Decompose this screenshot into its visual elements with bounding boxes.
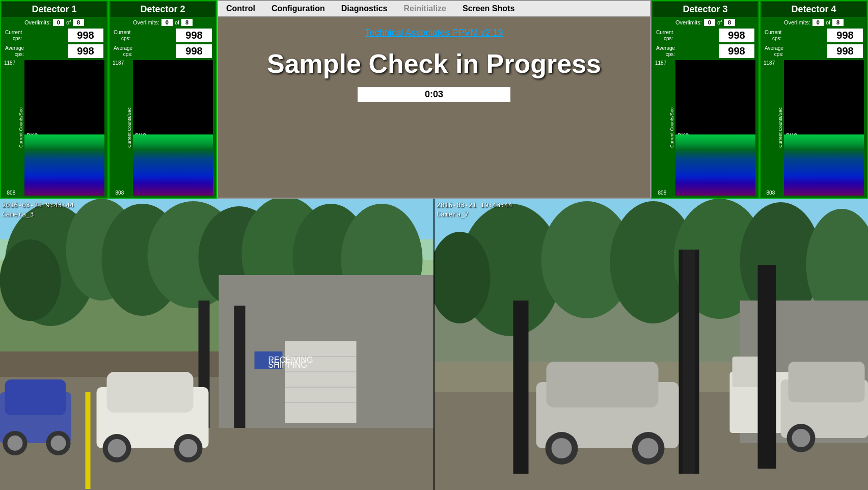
svg-rect-65 <box>513 301 529 474</box>
detector-1-bar: BKG <box>24 60 104 196</box>
camera-panel-2: 2016-03-21 19:43:44 Camera_7 <box>435 199 868 490</box>
detector-1-overlimits: Overlimits: 0 of 8 <box>2 17 106 28</box>
svg-rect-32 <box>5 379 66 415</box>
detector-3-overlimits: Overlimits: 0 of 8 <box>653 17 757 28</box>
svg-point-59 <box>638 438 659 458</box>
svg-point-36 <box>51 435 66 451</box>
menu-configuration[interactable]: Configuration <box>268 3 328 14</box>
detector-4-chart: 1187 808 Current Counts/Sec BKG <box>762 59 866 197</box>
average-cps-label-3: Averagecps: <box>656 45 675 58</box>
svg-point-63 <box>792 429 810 447</box>
detector-2-overlimits: Overlimits: 0 of 8 <box>111 17 215 28</box>
detector-2-y-axis: 1187 808 <box>113 60 125 196</box>
detector-2-average-cps-row: Averagecps: 998 <box>111 43 215 59</box>
detector-2-bar: BKG <box>133 60 213 196</box>
menu-screenshots[interactable]: Screen Shots <box>459 3 518 14</box>
svg-point-57 <box>552 438 572 458</box>
camera-1-overlay: 2016-03-21 9:43:44 Camera_3 <box>2 201 74 219</box>
detector-4-axis-label: Current Counts/Sec <box>778 107 783 148</box>
detector-4-average-cps-value: 998 <box>827 44 863 58</box>
detector-3-overlimits-total: 8 <box>724 19 735 26</box>
svg-point-28 <box>108 439 126 457</box>
detector-panel-4: Detector 4 Overlimits: 0 of 8 Currentcps… <box>760 0 868 199</box>
detector-1-average-cps-row: Averagecps: 998 <box>2 43 106 59</box>
detector-4-current-cps-value: 998 <box>827 29 863 42</box>
detector-2-current-cps-value: 998 <box>176 29 212 42</box>
camera-1-timestamp: 2016-03-21 9:43:44 <box>2 201 74 210</box>
detector-4-overlimits-current: 0 <box>812 19 824 26</box>
current-cps-label-3: Currentcps: <box>656 30 673 42</box>
detector-2-overlimits-total: 8 <box>181 19 193 26</box>
menu-diagnostics[interactable]: Diagnostics <box>338 3 391 14</box>
detector-3-average-cps-row: Averagecps: 998 <box>653 43 757 59</box>
center-content: Technical Associates PPVM v2.19 Sample C… <box>218 17 650 198</box>
svg-rect-55 <box>547 362 659 407</box>
detector-3-y-axis: 1187 808 <box>655 60 667 196</box>
detector-1-current-cps-value: 998 <box>68 29 103 42</box>
svg-point-30 <box>179 439 198 457</box>
detector-3-chart: 1187 808 Current Counts/Sec BKG <box>653 59 757 197</box>
detector-3-overlimits-current: 0 <box>704 19 715 26</box>
svg-rect-15 <box>285 341 357 423</box>
svg-rect-53 <box>683 250 695 474</box>
timer-display: 0:03 <box>358 87 510 102</box>
detector-1-title: Detector 1 <box>2 2 106 17</box>
svg-rect-64 <box>758 265 776 469</box>
detector-4-average-cps-row: Averagecps: 998 <box>762 43 866 59</box>
detector-4-y-axis: 1187 808 <box>764 60 776 196</box>
detector-2-current-cps-row: Currentcps: 998 <box>111 28 215 43</box>
camera-panel-1: 2016-03-21 9:43:44 Camera_3 <box>0 199 433 490</box>
bottom-section: 2016-03-21 9:43:44 Camera_3 <box>0 199 868 490</box>
svg-rect-61 <box>789 362 865 402</box>
detector-panel-2: Detector 2 Overlimits: 0 of 8 Currentcps… <box>108 0 217 199</box>
overlimits-label-2: Overlimits: <box>133 19 159 25</box>
average-cps-label-2: Averagecps: <box>114 45 132 58</box>
detector-4-current-cps-row: Currentcps: 998 <box>762 28 866 43</box>
detector-4-bar: BKG <box>784 60 864 196</box>
detector-3-bar: BKG <box>675 60 755 196</box>
detector-1-y-axis: 1187 808 <box>4 60 16 196</box>
center-panel: Control Configuration Diagnostics Reinit… <box>217 0 651 199</box>
overlimits-label-4: Overlimits: <box>784 19 810 25</box>
camera-2-feed <box>435 199 868 490</box>
detector-2-average-cps-value: 998 <box>176 44 212 58</box>
current-cps-label-1: Currentcps: <box>5 30 22 42</box>
svg-rect-26 <box>107 372 194 413</box>
detector-2-title: Detector 2 <box>111 2 215 17</box>
detector-4-overlimits: Overlimits: 0 of 8 <box>762 17 866 28</box>
average-cps-label-4: Averagecps: <box>765 45 783 58</box>
detector-3-current-cps-row: Currentcps: 998 <box>653 28 757 43</box>
current-cps-label-4: Currentcps: <box>765 30 781 42</box>
menu-bar: Control Configuration Diagnostics Reinit… <box>218 1 650 17</box>
detector-2-axis-label: Current Counts/Sec <box>127 107 132 148</box>
detector-2-overlimits-current: 0 <box>161 19 173 26</box>
menu-control[interactable]: Control <box>223 3 258 14</box>
detector-3-average-cps-value: 998 <box>719 44 754 58</box>
svg-point-5 <box>0 239 61 321</box>
average-cps-label-1: Averagecps: <box>5 45 24 58</box>
detector-1-chart: 1187 808 Current Counts/Sec BKG <box>2 59 106 197</box>
svg-rect-24 <box>234 306 246 428</box>
camera-2-timestamp: 2016-03-21 19:43:44 <box>437 201 512 210</box>
current-cps-label-2: Currentcps: <box>114 30 130 42</box>
svg-rect-37 <box>86 392 91 489</box>
overlimits-label-1: Overlimits: <box>24 19 51 25</box>
camera-2-name: Camera_7 <box>437 210 512 219</box>
app-title: Technical Associates PPVM v2.19 <box>365 28 503 38</box>
svg-text:SHIPPING: SHIPPING <box>268 361 307 369</box>
overlimits-label-3: Overlimits: <box>675 19 702 25</box>
detector-1-overlimits-current: 0 <box>53 19 64 26</box>
camera-2-overlay: 2016-03-21 19:43:44 Camera_7 <box>437 201 512 219</box>
menu-reinitialize[interactable]: Reinitialize <box>400 3 449 14</box>
status-message: Sample Check in Progress <box>267 48 601 79</box>
camera-1-feed: RECEIVING SHIPPING <box>0 199 433 490</box>
detector-panel-1: Detector 1 Overlimits: 0 of 8 Currentcps… <box>0 0 108 199</box>
detector-4-overlimits-total: 8 <box>832 19 844 26</box>
detector-3-title: Detector 3 <box>653 2 757 17</box>
top-section: Detector 1 Overlimits: 0 of 8 Currentcps… <box>0 0 868 199</box>
detector-1-overlimits-total: 8 <box>73 19 84 26</box>
detector-3-axis-label: Current Counts/Sec <box>669 107 674 148</box>
detector-3-current-cps-value: 998 <box>719 29 754 42</box>
detector-2-chart: 1187 808 Current Counts/Sec BKG <box>111 59 215 197</box>
detector-panel-3: Detector 3 Overlimits: 0 of 8 Currentcps… <box>651 0 760 199</box>
